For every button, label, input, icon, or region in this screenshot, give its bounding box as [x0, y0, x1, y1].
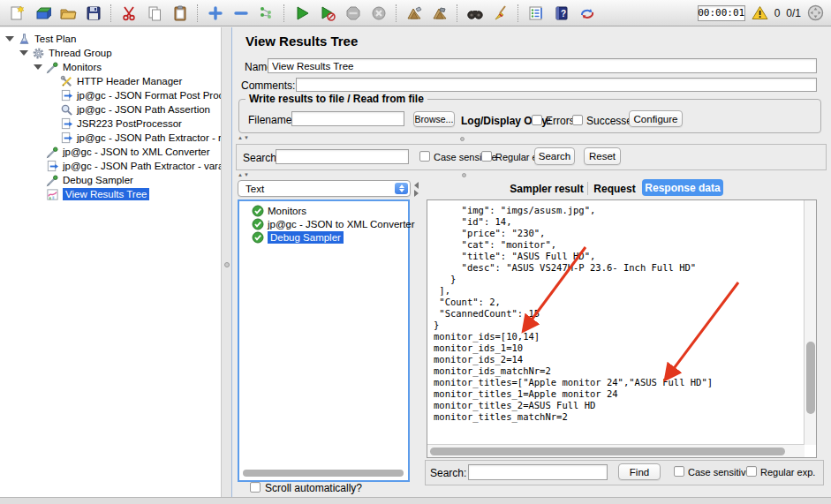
copy-button[interactable] — [143, 3, 165, 24]
tree-item-label-selected: View Results Tree — [63, 188, 149, 200]
search-input[interactable] — [276, 149, 409, 164]
tree-item-jsr223-postprocessor[interactable]: JSR223 PostProcessor — [60, 117, 182, 131]
toggle-branch-icon — [258, 4, 276, 22]
errors-checkbox[interactable] — [532, 115, 542, 125]
stop-button[interactable] — [342, 3, 364, 24]
paste-button[interactable] — [169, 3, 191, 24]
search-button-toolbar[interactable] — [464, 3, 486, 24]
splitter-collapse-icons[interactable]: ▲▼ — [238, 135, 250, 140]
tree-item-json-format-post-processor[interactable]: jp@gc - JSON Format Post Processo — [60, 88, 221, 102]
templates-button[interactable] — [31, 3, 53, 24]
successes-checkbox[interactable] — [572, 115, 583, 125]
scroll-automatically-checkbox[interactable] — [250, 482, 261, 493]
expand-right-icon[interactable] — [414, 190, 419, 197]
start-button[interactable] — [291, 3, 313, 24]
expand-all-button[interactable] — [204, 3, 226, 24]
comments-label: Comments: — [241, 79, 295, 92]
templates-icon — [34, 4, 51, 22]
expanded-triangle-icon[interactable] — [5, 36, 14, 41]
tree-item-thread-group[interactable]: Thread Group — [19, 46, 112, 60]
configure-button[interactable]: Configure — [629, 110, 683, 127]
sampler-icon — [46, 61, 59, 74]
find-button[interactable]: Find — [618, 463, 661, 480]
log-error-count: 0 — [774, 7, 781, 19]
shutdown-icon — [370, 4, 388, 22]
horizontal-splitter[interactable] — [234, 171, 831, 179]
tree-item-json-path-assertion[interactable]: jp@gc - JSON Path Assertion — [60, 102, 210, 117]
remote-stop-all-button[interactable] — [428, 3, 450, 24]
save-icon — [85, 4, 102, 22]
postprocessor-doc-icon — [60, 89, 73, 102]
response-data-text[interactable]: "img": "imgs/asusm.jpg", "id": 14, "pric… — [434, 205, 713, 423]
expanded-triangle-icon[interactable] — [34, 64, 42, 70]
tree-item-json-to-xml-converter[interactable]: jp@gc - JSON to XML Converter — [46, 145, 210, 159]
open-file-button[interactable] — [57, 3, 79, 24]
splitter-collapse-icons[interactable]: ▲▼ — [238, 172, 250, 177]
function-helper-button[interactable] — [525, 3, 547, 24]
tree-item-view-results-tree[interactable]: View Results Tree — [46, 187, 149, 201]
start-no-pauses-button[interactable] — [316, 3, 338, 24]
collapse-left-icon[interactable] — [414, 182, 419, 189]
find-case-sensitive-label: Case sensitive — [688, 467, 752, 478]
splitter-handle[interactable] — [460, 137, 465, 141]
svg-text:?: ? — [560, 9, 565, 19]
regular-exp-checkbox[interactable] — [481, 151, 492, 162]
find-case-sensitive-checkbox[interactable] — [674, 466, 684, 477]
splitter-handle[interactable] — [462, 173, 466, 177]
tree-item-label: jp@gc - JSON Path Assertion — [77, 104, 210, 115]
result-item-label-selected: Debug Sampler — [268, 231, 344, 244]
result-item-json-to-xml[interactable]: jp@gc - JSON to XML Converter — [252, 217, 415, 230]
find-input[interactable] — [468, 464, 608, 480]
find-regular-exp-checkbox[interactable] — [746, 466, 757, 477]
save-button[interactable] — [82, 3, 104, 24]
case-sensitive-checkbox[interactable] — [419, 151, 430, 162]
tree-item-json-path-extractor-resp[interactable]: jp@gc - JSON Path Extractor - resp — [60, 131, 221, 145]
tab-request[interactable]: Request — [590, 180, 639, 197]
sampler-icon — [46, 146, 59, 159]
tree-item-json-path-extractor-variable[interactable]: jp@gc - JSON Path Extractor - varaible — [46, 159, 221, 173]
results-hscrollbar-thumb[interactable] — [243, 470, 404, 477]
response-hscrollbar-thumb[interactable] — [430, 448, 785, 455]
filename-input[interactable] — [291, 111, 404, 126]
response-vscrollbar[interactable] — [804, 200, 816, 445]
find-regular-exp-label: Regular exp. — [760, 467, 815, 478]
splitter-handle[interactable] — [224, 262, 230, 267]
expanded-triangle-icon[interactable] — [19, 50, 28, 56]
shutdown-button[interactable] — [367, 3, 389, 24]
name-input[interactable] — [268, 58, 817, 73]
collapse-all-button[interactable] — [230, 3, 252, 24]
tree-item-http-header-manager[interactable]: HTTP Header Manager — [60, 74, 182, 88]
result-item-debug-sampler-selected[interactable]: Debug Sampler — [252, 230, 344, 244]
result-item-monitors[interactable]: Monitors — [252, 204, 306, 217]
warning-icon[interactable] — [752, 5, 768, 20]
remote-start-all-button[interactable] — [403, 3, 425, 24]
stop-icon — [344, 4, 362, 22]
filename-label: Filename — [248, 114, 291, 126]
plugins-manager-button[interactable] — [576, 3, 598, 24]
new-file-button[interactable] — [5, 3, 27, 24]
help-button[interactable]: ? — [550, 3, 572, 24]
search-label: Search: — [243, 152, 279, 164]
search-button[interactable]: Search — [534, 147, 575, 165]
toolbar-separator — [396, 4, 397, 22]
tree-item-monitors[interactable]: Monitors — [34, 60, 102, 74]
response-hscrollbar[interactable] — [427, 444, 805, 457]
horizontal-splitter[interactable] — [234, 134, 831, 142]
toolbar-separator — [457, 4, 457, 22]
tree-item-debug-sampler[interactable]: Debug Sampler — [46, 173, 133, 187]
cut-button[interactable] — [117, 3, 140, 24]
response-vscrollbar-thumb[interactable] — [806, 342, 815, 414]
plugins-manager-icon — [578, 4, 596, 22]
browse-button[interactable]: Browse... — [413, 111, 455, 127]
remote-start-all-icon — [405, 4, 423, 22]
toggle-button[interactable] — [255, 3, 277, 24]
comments-input[interactable] — [296, 78, 817, 92]
tab-sampler-result[interactable]: Sampler result — [509, 180, 585, 197]
tree-item-test-plan[interactable]: Test Plan — [5, 32, 76, 46]
reset-button[interactable]: Reset — [584, 147, 621, 165]
tree-item-label: jp@gc - JSON to XML Converter — [63, 147, 210, 157]
tab-response-data[interactable]: Response data — [642, 179, 723, 196]
main-splitter[interactable] — [221, 27, 232, 504]
clear-all-button[interactable] — [489, 3, 511, 24]
view-mode-select[interactable]: Text — [238, 180, 411, 197]
